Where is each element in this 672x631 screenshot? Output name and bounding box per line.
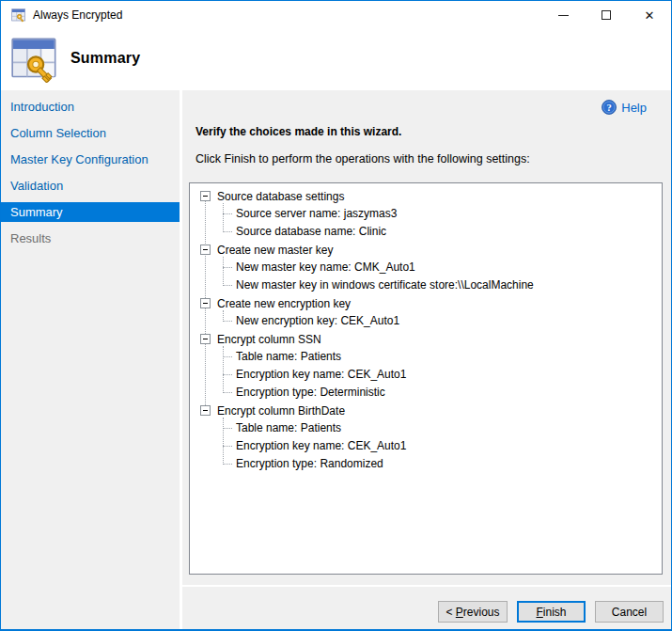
tree-node[interactable]: Source database settings xyxy=(200,187,662,205)
tree-leaf-item[interactable]: Encryption type: Randomized xyxy=(223,455,662,473)
collapse-minus-icon[interactable] xyxy=(200,405,211,416)
tree-children: New master key name: CMK_Auto1 New maste… xyxy=(223,259,662,294)
finish-button[interactable]: Finish xyxy=(517,601,586,623)
tree-group-source-database: Source database settings Source server n… xyxy=(200,187,662,241)
close-icon: ✕ xyxy=(645,9,655,22)
tree-leaf-item[interactable]: Encryption key name: CEK_Auto1 xyxy=(223,366,662,384)
tree-node-label: Create new master key xyxy=(217,244,333,257)
instruction-text: Click Finish to perform the operations w… xyxy=(195,152,530,166)
tree-leaf-item[interactable]: Source database name: Clinic xyxy=(223,223,662,241)
tree-group-create-encryption-key: Create new encryption key New encryption… xyxy=(200,294,662,330)
collapse-minus-icon[interactable] xyxy=(200,245,211,255)
tree-children: Table name: Patients Encryption key name… xyxy=(223,419,662,473)
minimize-button[interactable] xyxy=(541,1,585,29)
tree-leaf-item[interactable]: Table name: Patients xyxy=(223,348,662,366)
help-link[interactable]: ? Help xyxy=(602,100,647,115)
tree-leaf-item[interactable]: Encryption type: Deterministic xyxy=(223,384,662,402)
window-title: Always Encrypted xyxy=(33,8,122,22)
tree-node-label: Create new encryption key xyxy=(217,297,351,310)
tree-leaf-item[interactable]: Encryption key name: CEK_Auto1 xyxy=(223,437,662,455)
tree-node[interactable]: Encrypt column SSN xyxy=(200,330,662,348)
sidebar-item-summary[interactable]: Summary xyxy=(1,202,180,222)
title-bar[interactable]: Always Encrypted ✕ xyxy=(1,1,671,29)
window-controls: ✕ xyxy=(541,1,671,29)
tree-group-encrypt-birthdate: Encrypt column BirthDate Table name: Pat… xyxy=(200,402,662,473)
wizard-header: Summary xyxy=(1,29,671,90)
sidebar-item-introduction[interactable]: Introduction xyxy=(1,97,180,117)
collapse-minus-icon[interactable] xyxy=(200,191,211,201)
tree-children: Source server name: jaszymas3 Source dat… xyxy=(223,205,662,241)
collapse-minus-icon[interactable] xyxy=(200,298,211,308)
verify-heading: Verify the choices made in this wizard. xyxy=(195,125,401,138)
wizard-body: Introduction Column Selection Master Key… xyxy=(1,90,671,629)
tree-node-label: Encrypt column SSN xyxy=(217,333,321,346)
tree-group-create-master-key: Create new master key New master key nam… xyxy=(200,241,662,294)
tree-group-encrypt-ssn: Encrypt column SSN Table name: Patients … xyxy=(200,330,662,402)
previous-button[interactable]: < Previous xyxy=(438,601,508,623)
sidebar: Introduction Column Selection Master Key… xyxy=(1,90,180,629)
always-encrypted-wizard-window: Always Encrypted ✕ Summary Introduction xyxy=(0,0,672,631)
tree-children: Table name: Patients Encryption key name… xyxy=(223,348,662,402)
maximize-button[interactable] xyxy=(585,1,628,29)
tree-node[interactable]: Encrypt column BirthDate xyxy=(200,402,662,419)
svg-text:?: ? xyxy=(607,103,612,113)
sidebar-separator xyxy=(180,90,182,629)
table-key-icon-small xyxy=(11,8,26,23)
collapse-minus-icon[interactable] xyxy=(200,334,211,344)
page-title: Summary xyxy=(70,50,140,67)
tree-leaf-item[interactable]: New encryption key: CEK_Auto1 xyxy=(223,312,662,330)
tree-node[interactable]: Create new master key xyxy=(200,241,662,259)
maximize-icon xyxy=(602,10,611,20)
sidebar-item-results: Results xyxy=(1,229,180,248)
table-key-icon xyxy=(10,34,59,83)
tree-node-label: Encrypt column BirthDate xyxy=(217,404,345,418)
tree-leaf-item[interactable]: New master key name: CMK_Auto1 xyxy=(223,259,662,276)
tree-node-label: Source database settings xyxy=(217,190,344,203)
minimize-icon xyxy=(558,15,569,16)
tree-root: Source database settings Source server n… xyxy=(190,183,662,473)
footer-separator xyxy=(182,585,671,587)
sidebar-item-validation[interactable]: Validation xyxy=(1,176,180,196)
tree-leaf-item[interactable]: New master key in windows certificate st… xyxy=(223,276,662,294)
close-button[interactable]: ✕ xyxy=(628,1,671,29)
sidebar-item-column-selection[interactable]: Column Selection xyxy=(1,123,180,143)
help-label: Help xyxy=(621,101,647,115)
tree-leaf-item[interactable]: Table name: Patients xyxy=(223,419,662,437)
tree-leaf-item[interactable]: Source server name: jaszymas3 xyxy=(223,205,662,223)
tree-node[interactable]: Create new encryption key xyxy=(200,294,662,312)
tree-children: New encryption key: CEK_Auto1 xyxy=(223,312,662,330)
sidebar-item-master-key-configuration[interactable]: Master Key Configuration xyxy=(1,150,180,169)
help-icon: ? xyxy=(602,100,617,115)
cancel-button[interactable]: Cancel xyxy=(595,601,664,623)
settings-summary-tree[interactable]: Source database settings Source server n… xyxy=(189,182,663,575)
